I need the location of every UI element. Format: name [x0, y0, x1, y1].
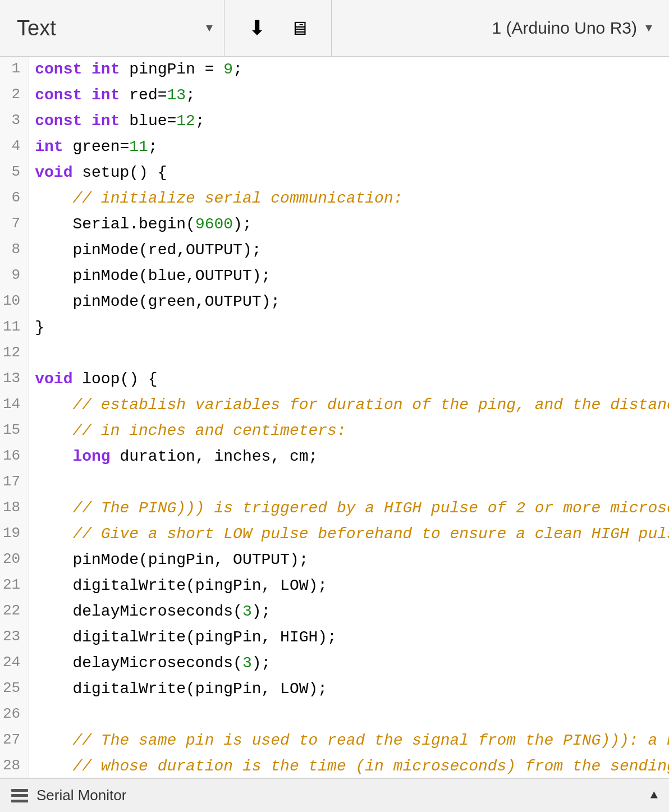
line-number: 26: [0, 702, 29, 728]
code-editor[interactable]: 1const int pingPin = 9;2const int red=13…: [0, 57, 669, 778]
line-code: // whose duration is the time (in micros…: [29, 754, 669, 778]
line-number: 23: [0, 625, 29, 650]
line-code: pinMode(blue,OUTPUT);: [29, 263, 669, 289]
table-row: 19 // Give a short LOW pulse beforehand …: [0, 521, 669, 547]
table-row: 21 digitalWrite(pingPin, LOW);: [0, 573, 669, 599]
table-row: 25 digitalWrite(pingPin, LOW);: [0, 676, 669, 702]
table-row: 15 // in inches and centimeters:: [0, 418, 669, 444]
toolbar-title: Text: [17, 16, 206, 40]
line-code: [29, 470, 669, 496]
line-code: // The same pin is used to read the sign…: [29, 728, 669, 754]
table-row: 24 delayMicroseconds(3);: [0, 650, 669, 676]
line-number: 15: [0, 418, 29, 444]
line-code: digitalWrite(pingPin, LOW);: [29, 676, 669, 702]
line-code: delayMicroseconds(3);: [29, 650, 669, 676]
line-code: Serial.begin(9600);: [29, 212, 669, 237]
line-number: 7: [0, 212, 29, 237]
line-number: 13: [0, 366, 29, 392]
line-code: int green=11;: [29, 134, 669, 160]
table-row: 28 // whose duration is the time (in mic…: [0, 754, 669, 778]
table-row: 23 digitalWrite(pingPin, HIGH);: [0, 625, 669, 650]
table-row: 1const int pingPin = 9;: [0, 57, 669, 82]
line-code: digitalWrite(pingPin, LOW);: [29, 573, 669, 599]
table-row: 13void loop() {: [0, 366, 669, 392]
toolbar: Text ▼ ⬇ 🖥 1 (Arduino Uno R3) ▼: [0, 0, 669, 57]
line-code: delayMicroseconds(3);: [29, 599, 669, 625]
toolbar-left: Text ▼: [6, 0, 224, 57]
line-number: 22: [0, 599, 29, 625]
line-number: 27: [0, 728, 29, 754]
download-button[interactable]: ⬇: [241, 13, 272, 44]
table-row: 14 // establish variables for duration o…: [0, 392, 669, 418]
line-code: long duration, inches, cm;: [29, 444, 669, 470]
line-number: 24: [0, 650, 29, 676]
line-code: // establish variables for duration of t…: [29, 392, 669, 418]
line-number: 28: [0, 754, 29, 778]
line-number: 19: [0, 521, 29, 547]
line-number: 25: [0, 676, 29, 702]
table-row: 6 // initialize serial communication:: [0, 186, 669, 212]
table-row: 2const int red=13;: [0, 82, 669, 108]
line-number: 1: [0, 57, 29, 82]
table-row: 12: [0, 341, 669, 366]
line-code: const int blue=12;: [29, 108, 669, 134]
line-code: [29, 702, 669, 728]
serial-monitor-icon: [11, 789, 28, 802]
line-number: 11: [0, 315, 29, 341]
line-number: 14: [0, 392, 29, 418]
statusbar-expand-arrow[interactable]: ▲: [650, 788, 658, 802]
line-code: // Give a short LOW pulse beforehand to …: [29, 521, 669, 547]
table-row: 8 pinMode(red,OUTPUT);: [0, 237, 669, 263]
table-row: 5void setup() {: [0, 160, 669, 186]
table-row: 7 Serial.begin(9600);: [0, 212, 669, 237]
line-number: 20: [0, 547, 29, 573]
line-number: 18: [0, 496, 29, 521]
board-label: 1 (Arduino Uno R3): [492, 19, 637, 38]
statusbar: Serial Monitor ▲: [0, 778, 669, 812]
line-number: 17: [0, 470, 29, 496]
line-number: 8: [0, 237, 29, 263]
line-number: 3: [0, 108, 29, 134]
table-row: 26: [0, 702, 669, 728]
line-code: // initialize serial communication:: [29, 186, 669, 212]
table-row: 3const int blue=12;: [0, 108, 669, 134]
table-row: 22 delayMicroseconds(3);: [0, 599, 669, 625]
statusbar-label: Serial Monitor: [36, 787, 126, 804]
line-code: const int pingPin = 9;: [29, 57, 669, 82]
toolbar-right: 1 (Arduino Uno R3) ▼: [481, 0, 663, 57]
line-number: 2: [0, 82, 29, 108]
upload-button[interactable]: 🖥: [283, 13, 314, 44]
table-row: 11}: [0, 315, 669, 341]
table-row: 17: [0, 470, 669, 496]
line-code: digitalWrite(pingPin, HIGH);: [29, 625, 669, 650]
line-code: // The PING))) is triggered by a HIGH pu…: [29, 496, 669, 521]
line-code: void setup() {: [29, 160, 669, 186]
line-number: 4: [0, 134, 29, 160]
line-number: 16: [0, 444, 29, 470]
line-number: 6: [0, 186, 29, 212]
text-dropdown-arrow[interactable]: ▼: [206, 22, 213, 35]
table-row: 20 pinMode(pingPin, OUTPUT);: [0, 547, 669, 573]
table-row: 9 pinMode(blue,OUTPUT);: [0, 263, 669, 289]
toolbar-middle: ⬇ 🖥: [224, 0, 332, 57]
line-code: const int red=13;: [29, 82, 669, 108]
line-number: 10: [0, 289, 29, 315]
table-row: 18 // The PING))) is triggered by a HIGH…: [0, 496, 669, 521]
line-code: void loop() {: [29, 366, 669, 392]
code-table: 1const int pingPin = 9;2const int red=13…: [0, 57, 669, 778]
table-row: 10 pinMode(green,OUTPUT);: [0, 289, 669, 315]
line-code: pinMode(red,OUTPUT);: [29, 237, 669, 263]
line-code: pinMode(pingPin, OUTPUT);: [29, 547, 669, 573]
line-number: 5: [0, 160, 29, 186]
line-number: 12: [0, 341, 29, 366]
table-row: 27 // The same pin is used to read the s…: [0, 728, 669, 754]
line-code: [29, 341, 669, 366]
board-dropdown-arrow[interactable]: ▼: [645, 22, 652, 35]
line-code: pinMode(green,OUTPUT);: [29, 289, 669, 315]
line-number: 21: [0, 573, 29, 599]
line-code: }: [29, 315, 669, 341]
table-row: 4int green=11;: [0, 134, 669, 160]
line-number: 9: [0, 263, 29, 289]
table-row: 16 long duration, inches, cm;: [0, 444, 669, 470]
line-code: // in inches and centimeters:: [29, 418, 669, 444]
